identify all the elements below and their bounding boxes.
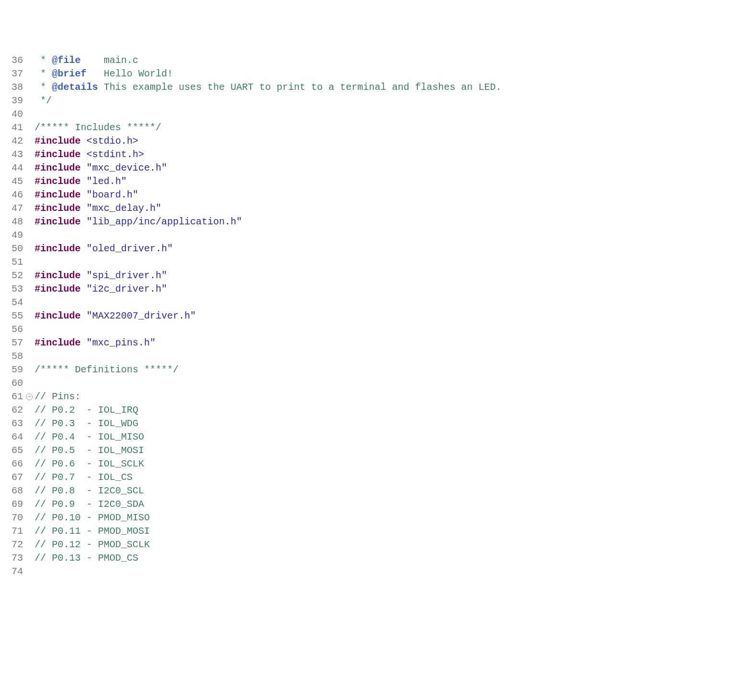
code-token: #include — [35, 337, 81, 348]
code-line[interactable]: 38 * @details This example uses the UART… — [0, 81, 729, 94]
code-content[interactable]: * @brief Hello World! — [26, 67, 729, 81]
code-token: #include — [35, 135, 81, 147]
code-content[interactable]: #include "i2c_driver.h" — [26, 282, 729, 296]
code-token: "lib_app/inc/application.h" — [86, 216, 242, 227]
line-number: 62 — [0, 404, 26, 417]
code-token: // P0.13 - PMOD_CS — [35, 553, 138, 564]
code-content[interactable]: * @details This example uses the UART to… — [26, 81, 729, 94]
code-content[interactable]: #include "MAX22007_driver.h" — [26, 309, 729, 323]
code-line[interactable]: 41/***** Includes *****/ — [0, 121, 729, 135]
code-token: "mxc_pins.h" — [86, 337, 156, 348]
code-token — [81, 310, 86, 321]
code-token: #include — [35, 310, 81, 321]
code-line[interactable]: 55#include "MAX22007_driver.h" — [0, 309, 729, 323]
code-token — [81, 149, 86, 160]
code-content[interactable]: * @file main.c — [26, 54, 729, 67]
code-content[interactable]: // P0.11 - PMOD_MOSI — [26, 525, 729, 538]
code-token: "board.h" — [86, 189, 138, 200]
code-line[interactable]: 48#include "lib_app/inc/application.h" — [0, 215, 729, 229]
code-line[interactable]: 47#include "mxc_delay.h" — [0, 202, 729, 215]
code-line[interactable]: 65// P0.5 - IOL_MOSI — [0, 444, 729, 457]
code-content[interactable]: */ — [26, 94, 729, 108]
code-line[interactable]: 60 — [0, 377, 729, 390]
code-token: main.c — [81, 55, 138, 66]
code-content[interactable]: #include "mxc_pins.h" — [26, 336, 729, 350]
code-line[interactable]: 57#include "mxc_pins.h" — [0, 336, 729, 350]
code-content[interactable]: #include "lib_app/inc/application.h" — [26, 215, 729, 229]
code-content[interactable]: // P0.4 - IOL_MISO — [26, 430, 729, 444]
code-line[interactable]: 66// P0.6 - IOL_SCLK — [0, 457, 729, 471]
code-line[interactable]: 37 * @brief Hello World! — [0, 67, 729, 81]
code-content[interactable]: // P0.2 - IOL_IRQ — [26, 404, 729, 417]
code-line[interactable]: 44#include "mxc_device.h" — [0, 161, 729, 175]
code-content[interactable]: // Pins: — [26, 390, 729, 404]
code-line[interactable]: 56 — [0, 323, 729, 336]
code-content[interactable]: #include "led.h" — [26, 175, 729, 188]
code-line[interactable]: 63// P0.3 - IOL_WDG — [0, 417, 729, 430]
code-token: "oled_driver.h" — [86, 243, 173, 254]
code-line[interactable]: 69// P0.9 - I2C0_SDA — [0, 498, 729, 511]
code-token: // P0.3 - IOL_WDG — [35, 418, 138, 429]
code-token: #include — [35, 149, 81, 160]
code-content[interactable]: // P0.13 - PMOD_CS — [26, 552, 729, 565]
code-line[interactable]: 61−// Pins: — [0, 390, 729, 404]
line-number: 65 — [0, 444, 26, 457]
code-line[interactable]: 59/***** Definitions *****/ — [0, 363, 729, 377]
code-line[interactable]: 42#include <stdio.h> — [0, 135, 729, 148]
code-line[interactable]: 58 — [0, 350, 729, 363]
code-line[interactable]: 71// P0.11 - PMOD_MOSI — [0, 525, 729, 538]
code-content[interactable]: #include "mxc_device.h" — [26, 161, 729, 175]
code-content[interactable]: #include <stdint.h> — [26, 148, 729, 161]
code-content[interactable]: #include "oled_driver.h" — [26, 242, 729, 256]
code-line[interactable]: 46#include "board.h" — [0, 188, 729, 202]
code-token: #include — [35, 216, 81, 227]
code-line[interactable]: 62// P0.2 - IOL_IRQ — [0, 404, 729, 417]
code-token: Hello World! — [86, 68, 173, 79]
code-content[interactable]: #include "mxc_delay.h" — [26, 202, 729, 215]
code-content[interactable]: // P0.8 - I2C0_SCL — [26, 484, 729, 498]
code-content[interactable]: /***** Definitions *****/ — [26, 363, 729, 377]
code-line[interactable]: 49 — [0, 229, 729, 242]
line-number: 53 — [0, 282, 26, 296]
code-line[interactable]: 54 — [0, 296, 729, 309]
code-content[interactable]: /***** Includes *****/ — [26, 121, 729, 135]
line-number: 39 — [0, 94, 26, 108]
code-content[interactable]: // P0.3 - IOL_WDG — [26, 417, 729, 430]
code-line[interactable]: 64// P0.4 - IOL_MISO — [0, 430, 729, 444]
code-editor[interactable]: 36 * @file main.c37 * @brief Hello World… — [0, 54, 729, 578]
line-number: 63 — [0, 417, 26, 430]
code-line[interactable]: 67// P0.7 - IOL_CS — [0, 471, 729, 484]
code-token: // P0.2 - IOL_IRQ — [35, 405, 138, 416]
code-line[interactable]: 50#include "oled_driver.h" — [0, 242, 729, 256]
code-content[interactable]: // P0.12 - PMOD_SCLK — [26, 538, 729, 552]
code-line[interactable]: 70// P0.10 - PMOD_MISO — [0, 511, 729, 525]
code-line[interactable]: 36 * @file main.c — [0, 54, 729, 67]
code-content[interactable]: // P0.6 - IOL_SCLK — [26, 457, 729, 471]
code-line[interactable]: 40 — [0, 108, 729, 121]
code-content[interactable]: #include "board.h" — [26, 188, 729, 202]
code-line[interactable]: 68// P0.8 - I2C0_SCL — [0, 484, 729, 498]
code-line[interactable]: 53#include "i2c_driver.h" — [0, 282, 729, 296]
line-number: 41 — [0, 121, 26, 135]
fold-toggle-icon[interactable]: − — [26, 393, 33, 400]
code-line[interactable]: 52#include "spi_driver.h" — [0, 269, 729, 282]
line-number: 44 — [0, 161, 26, 175]
code-content[interactable]: #include "spi_driver.h" — [26, 269, 729, 282]
code-token: */ — [35, 95, 52, 106]
line-number: 70 — [0, 511, 26, 525]
code-token: "mxc_device.h" — [86, 162, 167, 173]
line-number: 60 — [0, 377, 26, 390]
code-line[interactable]: 45#include "led.h" — [0, 175, 729, 188]
code-content[interactable]: // P0.7 - IOL_CS — [26, 471, 729, 484]
code-line[interactable]: 51 — [0, 256, 729, 269]
code-line[interactable]: 43#include <stdint.h> — [0, 148, 729, 161]
code-token: // P0.7 - IOL_CS — [35, 472, 133, 483]
code-content[interactable]: // P0.9 - I2C0_SDA — [26, 498, 729, 511]
code-line[interactable]: 74 — [0, 565, 729, 578]
code-content[interactable]: // P0.10 - PMOD_MISO — [26, 511, 729, 525]
code-line[interactable]: 39 */ — [0, 94, 729, 108]
code-content[interactable]: #include <stdio.h> — [26, 135, 729, 148]
code-line[interactable]: 73// P0.13 - PMOD_CS — [0, 552, 729, 565]
code-line[interactable]: 72// P0.12 - PMOD_SCLK — [0, 538, 729, 552]
code-content[interactable]: // P0.5 - IOL_MOSI — [26, 444, 729, 457]
